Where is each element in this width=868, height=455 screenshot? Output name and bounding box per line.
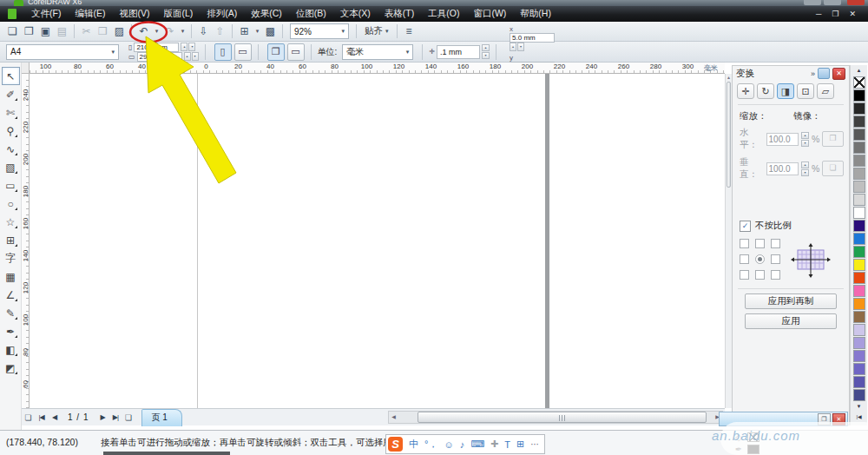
scale-h-field[interactable]: 100.0	[766, 133, 799, 146]
shape-tool[interactable]: ✐	[2, 85, 20, 103]
palette-swatch[interactable]	[853, 233, 865, 245]
doc-minimize-button[interactable]: ─	[816, 10, 821, 18]
mirror-vertical-button[interactable]: ❏	[822, 161, 844, 176]
palette-swatch[interactable]	[853, 115, 865, 128]
transform-scale-mirror-button[interactable]: ◨	[777, 83, 794, 99]
anchor-cell[interactable]	[771, 270, 780, 280]
separator[interactable]	[282, 24, 283, 38]
palette-swatch[interactable]	[853, 155, 865, 167]
height-spinner[interactable]: ▴▾	[184, 52, 199, 61]
ime-punctuation-icon[interactable]: °，	[424, 438, 437, 451]
vertical-scrollbar[interactable]: ▲	[725, 74, 732, 408]
interactive-fill-tool[interactable]: ◩	[2, 359, 20, 377]
eyedropper-tool[interactable]: ✎	[2, 304, 20, 322]
page-size-preset-combo[interactable]: A4 ▾	[6, 44, 119, 60]
menu-window[interactable]: 窗口(W)	[466, 8, 513, 20]
rectangle-tool[interactable]: ▭	[2, 176, 20, 195]
landscape-button[interactable]: ▭	[234, 43, 252, 61]
palette-expand-icon[interactable]: |◀	[856, 412, 861, 422]
palette-swatch[interactable]	[853, 298, 865, 310]
palette-swatch[interactable]	[853, 102, 865, 115]
menu-arrange[interactable]: 排列(A)	[200, 8, 244, 20]
mirror-horizontal-button[interactable]: ❐	[822, 131, 844, 147]
zoom-level-combo[interactable]: 92% ▾	[290, 23, 349, 39]
units-combo[interactable]: 毫米 ▾	[342, 44, 413, 60]
apply-to-duplicate-button[interactable]: 应用到再制	[745, 293, 837, 309]
options-icon[interactable]: ≡	[402, 23, 417, 39]
table-tool[interactable]: ▦	[2, 267, 20, 286]
palette-swatch[interactable]	[853, 207, 865, 219]
dimension-tool[interactable]: ∠	[2, 286, 20, 304]
prev-page-icon[interactable]: ◀	[48, 413, 61, 421]
palette-swatch[interactable]	[853, 363, 865, 375]
duplicate-x-spinner[interactable]: ▴▾	[510, 43, 555, 51]
basic-shapes-tool[interactable]: ⊞	[2, 231, 20, 249]
portrait-button[interactable]: ▯	[214, 43, 232, 61]
redo-dropdown-icon[interactable]: ▾	[179, 23, 187, 39]
palette-swatch[interactable]	[853, 324, 865, 336]
horizontal-ruler[interactable]: 1008060402002040608010012014016018020022…	[22, 63, 725, 74]
current-page-button[interactable]: ▭	[287, 43, 305, 61]
window-minimize-button[interactable]	[804, 0, 821, 5]
horizontal-scrollbar[interactable]: ◀ ▶	[388, 411, 723, 424]
anchor-cell[interactable]	[755, 270, 765, 280]
docker-float-button[interactable]	[818, 68, 830, 79]
anchor-cell[interactable]	[740, 254, 749, 264]
add-page-icon[interactable]: ❏	[122, 413, 135, 422]
outline-color-swatch[interactable]	[747, 445, 760, 454]
text-tool[interactable]: 字	[2, 249, 20, 267]
menu-layout[interactable]: 版面(L)	[156, 8, 200, 20]
palette-swatch[interactable]	[853, 259, 865, 271]
transform-skew-button[interactable]: ▱	[817, 83, 834, 99]
page-width-field[interactable]: 210.0 mm	[134, 43, 179, 52]
proportional-checkbox[interactable]: ✓	[740, 221, 751, 232]
no-color-swatch[interactable]	[853, 76, 865, 89]
anchor-cell[interactable]	[771, 239, 780, 248]
apply-button[interactable]: 应用	[745, 313, 837, 329]
paste-icon[interactable]: ▨	[112, 23, 127, 39]
palette-swatch[interactable]	[853, 311, 865, 323]
open-icon[interactable]: ❐	[22, 23, 36, 39]
palette-swatch[interactable]	[853, 129, 865, 141]
palette-scroll-down-icon[interactable]: ▼	[857, 401, 862, 412]
first-page-icon[interactable]: |◀	[35, 413, 48, 421]
snap-to-dropdown[interactable]: 贴齐 ▾	[365, 25, 389, 37]
menu-file[interactable]: 文件(F)	[24, 8, 68, 20]
crop-tool[interactable]: ✄	[2, 103, 20, 122]
outline-pen-tool[interactable]: ✒	[2, 322, 20, 340]
palette-swatch[interactable]	[853, 194, 865, 206]
palette-swatch[interactable]	[853, 168, 865, 180]
width-spinner[interactable]: ▴▾	[181, 43, 195, 51]
menu-table[interactable]: 表格(T)	[378, 8, 421, 20]
palette-swatch[interactable]	[853, 246, 865, 258]
window-close-button[interactable]	[847, 0, 865, 5]
transform-rotate-button[interactable]: ↻	[757, 83, 774, 99]
copy-icon[interactable]: ❒	[95, 23, 110, 39]
separator[interactable]	[232, 24, 233, 38]
scale-h-spinner[interactable]: ▴▾	[801, 132, 809, 147]
import-icon[interactable]: ⇩	[196, 23, 211, 39]
scale-v-field[interactable]: 100.0	[766, 162, 799, 175]
palette-swatch[interactable]	[853, 285, 865, 297]
menu-effects[interactable]: 效果(C)	[244, 8, 289, 20]
scroll-left-icon[interactable]: ◀	[389, 412, 398, 423]
nudge-spinner[interactable]: ▴▾	[482, 44, 490, 59]
ime-tool-icon[interactable]: ✚	[490, 439, 498, 450]
separator[interactable]	[74, 24, 75, 38]
transform-size-button[interactable]: ⊡	[797, 83, 814, 99]
minimized-window-bar[interactable]: ❐ ✕	[719, 412, 848, 426]
welcome-screen-icon[interactable]: ▩	[263, 23, 278, 39]
horizontal-scroll-thumb[interactable]	[418, 412, 707, 423]
anchor-cell-center[interactable]	[755, 254, 765, 264]
menu-help[interactable]: 帮助(H)	[513, 8, 558, 20]
app-launcher-dropdown-icon[interactable]: ▾	[253, 23, 261, 39]
ime-more-icon[interactable]: ⋯	[530, 439, 539, 449]
window-maximize-button[interactable]	[824, 0, 841, 5]
ellipse-tool[interactable]: ○	[2, 195, 20, 213]
separator[interactable]	[191, 24, 192, 38]
cut-icon[interactable]: ✂	[79, 23, 94, 39]
separator[interactable]	[131, 24, 132, 38]
ime-emoji-icon[interactable]: ☺	[444, 439, 453, 450]
all-pages-button[interactable]: ❐	[267, 43, 285, 61]
menu-bitmaps[interactable]: 位图(B)	[289, 8, 333, 20]
